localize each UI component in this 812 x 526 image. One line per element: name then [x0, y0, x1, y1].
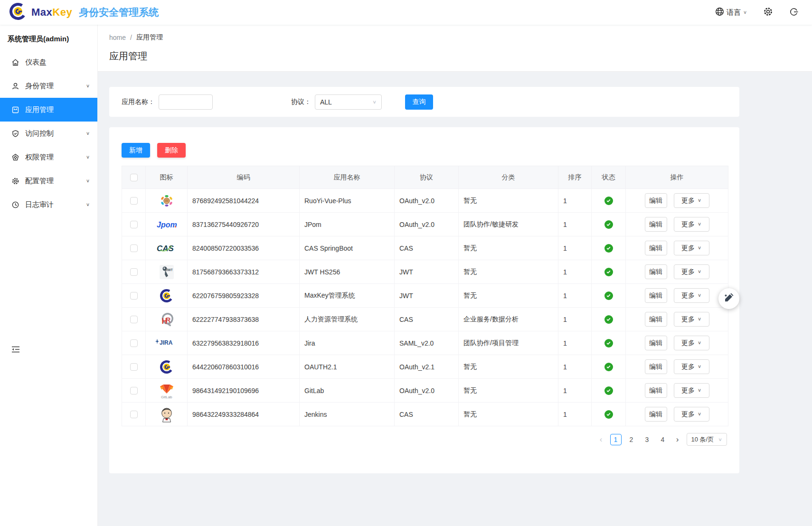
edit-button[interactable]: 编辑	[645, 407, 667, 422]
logout-icon	[789, 7, 799, 18]
chevron-down-icon: ∨	[743, 9, 747, 15]
more-button[interactable]: 更多∨	[674, 217, 709, 232]
row-select-cell	[122, 331, 146, 355]
app-name: 人力资源管理系统	[300, 308, 395, 331]
home-icon	[11, 58, 19, 66]
settings-button[interactable]	[763, 7, 773, 18]
row-actions-cell: 编辑更多∨	[626, 236, 728, 260]
row-checkbox[interactable]	[130, 387, 138, 394]
edit-button[interactable]: 编辑	[645, 336, 667, 350]
chevron-down-icon: ∨	[698, 340, 701, 346]
edit-button[interactable]: 编辑	[645, 312, 667, 327]
app-name-label: 应用名称：	[122, 98, 155, 106]
edit-button[interactable]: 编辑	[645, 359, 667, 374]
more-button[interactable]: 更多∨	[674, 359, 709, 374]
chevron-down-icon: ∨	[698, 412, 701, 417]
app-status-cell	[592, 236, 626, 260]
column-header: 状态	[592, 166, 626, 189]
app-status-cell	[592, 355, 626, 379]
more-button-label: 更多	[681, 244, 695, 253]
add-button[interactable]: 新增	[122, 143, 150, 158]
row-select-cell	[122, 308, 146, 331]
protocol-select[interactable]: ALL ∨	[315, 94, 382, 110]
query-button[interactable]: 查询	[405, 94, 433, 110]
more-button[interactable]: 更多∨	[674, 193, 709, 208]
row-checkbox[interactable]	[130, 197, 138, 205]
edit-button[interactable]: 编辑	[645, 383, 667, 398]
row-checkbox[interactable]	[130, 244, 138, 252]
pagination-prev[interactable]: ‹	[596, 435, 606, 444]
svg-text:R: R	[166, 316, 170, 323]
edit-button[interactable]: 编辑	[645, 217, 667, 232]
app-protocol: CAS	[395, 308, 459, 331]
chevron-down-icon: ∨	[86, 83, 90, 88]
row-checkbox[interactable]	[130, 363, 138, 371]
row-checkbox[interactable]	[130, 411, 138, 418]
more-button[interactable]: 更多∨	[674, 336, 709, 350]
row-checkbox[interactable]	[130, 339, 138, 347]
brand-logo: MaxKey 身份安全管理系统	[9, 2, 159, 23]
app-icon-cell	[146, 284, 188, 308]
breadcrumb-home-link[interactable]: home	[109, 34, 126, 41]
app-name-input[interactable]	[159, 94, 213, 110]
app-protocol: OAuth_v2.1	[395, 355, 459, 379]
sidebar-item-clock[interactable]: 日志审计∨	[0, 193, 97, 216]
row-checkbox[interactable]	[130, 292, 138, 300]
language-switcher[interactable]: 语言 ∨	[715, 7, 747, 18]
app-list-card: 新增 删除 图标编码应用名称协议分类排序状态操作 876892492581044…	[109, 127, 739, 473]
current-user: 系统管理员(admin)	[0, 25, 97, 50]
maxkey-logo-icon	[9, 2, 28, 23]
app-category: 企业服务/数据分析	[459, 308, 558, 331]
sidebar-item-shield[interactable]: 访问控制∨	[0, 122, 97, 145]
more-button[interactable]: 更多∨	[674, 264, 709, 279]
status-enabled-icon	[604, 268, 613, 276]
row-checkbox[interactable]	[130, 221, 138, 228]
edit-button[interactable]: 编辑	[645, 288, 667, 303]
more-button[interactable]: 更多∨	[674, 288, 709, 303]
app-status-cell	[592, 284, 626, 308]
sidebar-item-label: 访问控制	[25, 129, 80, 138]
more-button[interactable]: 更多∨	[674, 312, 709, 327]
sidebar-collapse-button[interactable]	[11, 346, 20, 355]
column-header: 排序	[558, 166, 592, 189]
pagination-page-3[interactable]: 3	[642, 434, 653, 445]
floating-tool-button[interactable]	[718, 288, 739, 309]
status-enabled-icon	[604, 363, 613, 371]
sidebar-item-user[interactable]: 身份管理∨	[0, 74, 97, 98]
row-select-cell	[122, 403, 146, 426]
app-sort: 1	[558, 379, 592, 403]
logout-button[interactable]	[789, 7, 799, 18]
pagination-page-4[interactable]: 4	[657, 434, 669, 445]
column-header: 操作	[626, 166, 728, 189]
delete-button[interactable]: 删除	[157, 143, 186, 158]
app-name: JWT HS256	[300, 260, 395, 284]
row-select-cell	[122, 379, 146, 403]
protocol-label: 协议：	[291, 98, 311, 106]
more-button[interactable]: 更多∨	[674, 407, 709, 422]
edit-button[interactable]: 编辑	[645, 264, 667, 279]
more-button[interactable]: 更多∨	[674, 241, 709, 255]
sidebar-item-app[interactable]: 应用管理	[0, 98, 97, 122]
edit-button[interactable]: 编辑	[645, 241, 667, 255]
gear-icon	[11, 177, 19, 185]
sidebar-item-badge[interactable]: 权限管理∨	[0, 145, 97, 169]
sidebar-item-home[interactable]: 仪表盘	[0, 50, 97, 74]
pagination-page-2[interactable]: 2	[626, 434, 637, 445]
chevron-down-icon: ∨	[86, 178, 90, 183]
sidebar-item-gear[interactable]: 配置管理∨	[0, 169, 97, 193]
row-checkbox[interactable]	[130, 268, 138, 276]
edit-button[interactable]: 编辑	[645, 193, 667, 208]
table-row: Jpom.837136275440926720JPomOAuth_v2.0团队协…	[122, 213, 728, 236]
app-code: 986432249333284864	[188, 403, 300, 426]
table-row: 876892492581044224RuoYi-Vue-PlusOAuth_v2…	[122, 189, 728, 213]
app-code: 632279563832918016	[188, 331, 300, 355]
more-button-label: 更多	[681, 220, 695, 229]
page-size-select[interactable]: 10 条/页∨	[687, 433, 727, 446]
row-checkbox[interactable]	[130, 316, 138, 323]
pagination-next[interactable]: ›	[673, 435, 682, 444]
app-name: CAS SpringBoot	[300, 236, 395, 260]
more-button-label: 更多	[681, 268, 695, 276]
more-button[interactable]: 更多∨	[674, 383, 709, 398]
select-all-checkbox[interactable]	[130, 174, 138, 181]
pagination-page-1[interactable]: 1	[610, 434, 622, 445]
